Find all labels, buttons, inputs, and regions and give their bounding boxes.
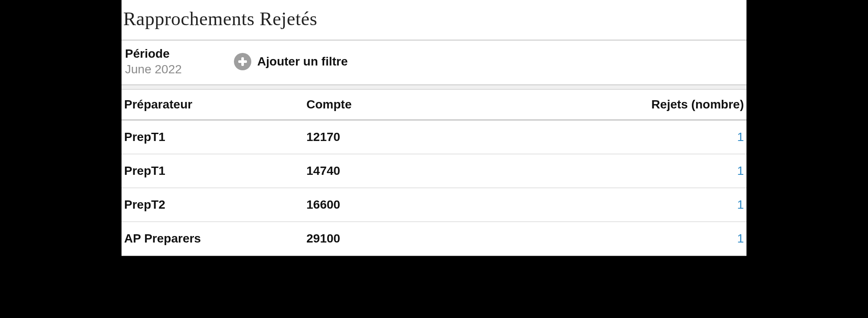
cell-rejets-link[interactable]: 1 <box>596 232 744 246</box>
divider <box>122 85 746 90</box>
column-header-rejets[interactable]: Rejets (nombre) <box>596 98 744 111</box>
table-row: PrepT2 16600 1 <box>122 188 746 222</box>
filter-period[interactable]: Période June 2022 <box>123 47 182 76</box>
add-filter-label: Ajouter un filtre <box>257 55 348 69</box>
cell-preparer: PrepT1 <box>124 130 306 144</box>
cell-preparer: PrepT1 <box>124 164 306 178</box>
page-title: Rapprochements Rejetés <box>122 0 746 39</box>
cell-preparer: PrepT2 <box>124 198 306 212</box>
column-header-compte[interactable]: Compte <box>306 98 596 111</box>
cell-compte: 12170 <box>306 130 596 144</box>
table-row: PrepT1 12170 1 <box>122 121 746 154</box>
add-filter-button[interactable]: Ajouter un filtre <box>234 53 348 70</box>
filter-period-label: Période <box>125 47 182 61</box>
cell-rejets-link[interactable]: 1 <box>596 198 744 212</box>
plus-circle-icon <box>234 53 251 70</box>
cell-compte: 29100 <box>306 232 596 246</box>
cell-rejets-link[interactable]: 1 <box>596 164 744 178</box>
content-panel: Rapprochements Rejetés Période June 2022… <box>122 0 746 256</box>
table-row: PrepT1 14740 1 <box>122 154 746 188</box>
cell-preparer: AP Preparers <box>124 232 306 246</box>
cell-compte: 14740 <box>306 164 596 178</box>
rejections-table: Préparateur Compte Rejets (nombre) PrepT… <box>122 90 746 256</box>
cell-rejets-link[interactable]: 1 <box>596 130 744 144</box>
table-header-row: Préparateur Compte Rejets (nombre) <box>122 90 746 121</box>
filter-bar: Période June 2022 Ajouter un filtre <box>122 39 746 85</box>
column-header-preparer[interactable]: Préparateur <box>124 98 306 111</box>
filter-period-value: June 2022 <box>125 62 182 76</box>
table-row: AP Preparers 29100 1 <box>122 222 746 256</box>
cell-compte: 16600 <box>306 198 596 212</box>
